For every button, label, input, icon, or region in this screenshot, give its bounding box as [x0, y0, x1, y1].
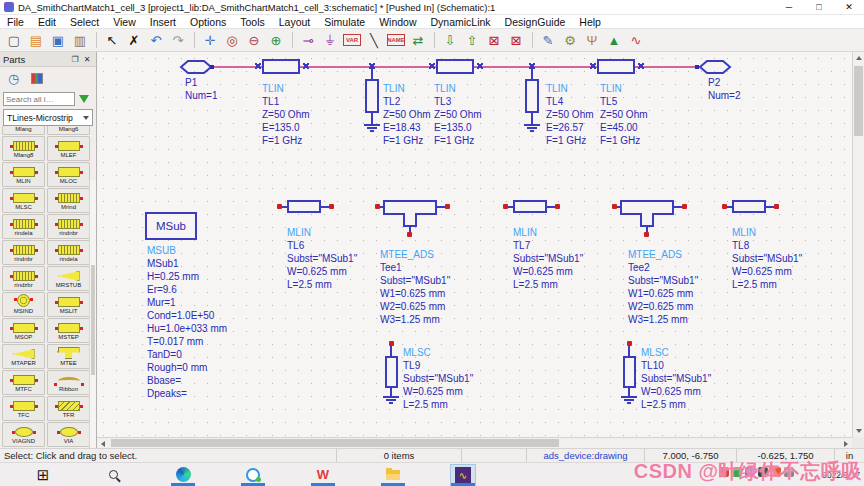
- push-into-hierarchy-icon[interactable]: ⇩: [439, 30, 461, 50]
- palette-mlef[interactable]: MLEF: [47, 136, 90, 161]
- taskbar-search-button[interactable]: [100, 463, 126, 486]
- menu-insert[interactable]: Insert: [143, 15, 183, 29]
- palette-mtfc[interactable]: MTFC: [2, 370, 45, 395]
- select-cursor-icon[interactable]: ↖: [101, 30, 123, 50]
- scroll-down-icon[interactable]: [856, 429, 862, 433]
- mlin-tl6-symbol[interactable]: [287, 200, 321, 213]
- mlsc-tl10-symbol[interactable]: [623, 356, 636, 388]
- palette-mtaper[interactable]: MTAPER: [2, 344, 45, 369]
- palette-mlang[interactable]: Mlang: [2, 126, 45, 135]
- menu-layout[interactable]: Layout: [272, 15, 318, 29]
- ground-symbol[interactable]: [364, 124, 380, 126]
- canvas-horizontal-scrollbar[interactable]: [97, 437, 852, 448]
- scroll-left-icon[interactable]: [101, 441, 105, 447]
- palette-rindela[interactable]: rindela: [2, 214, 45, 239]
- palette-mtee[interactable]: MTEE: [47, 344, 90, 369]
- open-folder-icon[interactable]: ▤: [25, 30, 47, 50]
- menu-edit[interactable]: Edit: [31, 15, 63, 29]
- minimize-button[interactable]: ─: [774, 0, 804, 15]
- palette-mlang8[interactable]: Mlang8: [2, 136, 45, 161]
- ground-symbol[interactable]: [524, 124, 540, 126]
- palette-rindnbr[interactable]: rindnbr: [47, 214, 90, 239]
- palette-tfr[interactable]: TFR: [47, 396, 90, 421]
- tray-app-icon-4[interactable]: [758, 467, 768, 477]
- wire-icon[interactable]: ╲: [363, 30, 385, 50]
- settings-gear-icon[interactable]: ⚙: [559, 30, 581, 50]
- tune-icon[interactable]: Ψ: [581, 30, 603, 50]
- palette-via[interactable]: VIA: [47, 422, 90, 447]
- data-display-icon[interactable]: ∿: [625, 30, 647, 50]
- ground-symbol[interactable]: [621, 396, 637, 398]
- menu-window[interactable]: Window: [372, 15, 423, 29]
- tray-app-icon-6[interactable]: [784, 467, 794, 477]
- port-p2-symbol[interactable]: [698, 59, 732, 75]
- menu-select[interactable]: Select: [63, 15, 106, 29]
- maximize-button[interactable]: □: [804, 0, 834, 15]
- schematic-canvas[interactable]: P1Num=1 P2Num=2 TLINTL1 Z=50 OhmE=135.0F…: [97, 52, 852, 437]
- canvas-vertical-scrollbar[interactable]: [852, 52, 864, 437]
- wire-name-icon[interactable]: NAME: [387, 34, 405, 46]
- mtee-tee1-stem[interactable]: [403, 213, 417, 227]
- palette-mslit[interactable]: MSLIT: [47, 292, 90, 317]
- filter-funnel-icon[interactable]: [79, 95, 89, 103]
- palette-msop[interactable]: MSOP: [2, 318, 45, 343]
- redo-icon[interactable]: ↷: [167, 30, 189, 50]
- palette-rindnbr-2[interactable]: rindnbr: [2, 240, 45, 265]
- mlin-tl8-symbol[interactable]: [732, 200, 766, 213]
- tlin-tl5-symbol[interactable]: [597, 59, 635, 74]
- menu-file[interactable]: File: [0, 15, 31, 29]
- taskbar-clock-date[interactable]: 2022/5/17: [822, 470, 860, 480]
- pop-out-hierarchy-icon[interactable]: ⇧: [461, 30, 483, 50]
- palette-mlin[interactable]: MLIN: [2, 162, 45, 187]
- palette-mloc[interactable]: MLOC: [47, 162, 90, 187]
- ground-icon[interactable]: ⏚: [319, 30, 341, 50]
- print-icon[interactable]: ▥: [69, 30, 91, 50]
- palette-scrollbar-thumb[interactable]: [91, 265, 95, 375]
- mtee-tee2-stem[interactable]: [640, 213, 654, 227]
- palette-viagnd[interactable]: VIAGND: [2, 422, 45, 447]
- parts-search-input[interactable]: [3, 92, 75, 106]
- palette-ribbon[interactable]: Ribbon: [47, 370, 90, 395]
- start-button[interactable]: ⊞: [30, 463, 56, 486]
- tray-app-icon-1[interactable]: [719, 467, 729, 477]
- port-p1-symbol[interactable]: [179, 59, 213, 75]
- status-context-link[interactable]: ads_device:drawing: [526, 449, 644, 462]
- scroll-right-icon[interactable]: [844, 441, 848, 447]
- palette-mrind[interactable]: Mrind: [47, 188, 90, 213]
- float-panel-icon[interactable]: ❐: [69, 55, 81, 64]
- move-icon[interactable]: ✛: [199, 30, 221, 50]
- palette-mlsc[interactable]: MLSC: [2, 188, 45, 213]
- port-icon[interactable]: ⊸: [297, 30, 319, 50]
- menu-tools[interactable]: Tools: [233, 15, 272, 29]
- horizontal-scrollbar-thumb[interactable]: [111, 439, 559, 447]
- taskbar-edge-button[interactable]: [170, 463, 196, 486]
- taskbar-wps-button[interactable]: W: [310, 463, 336, 486]
- recent-parts-icon[interactable]: ◷: [8, 71, 19, 86]
- taskbar-ads-button[interactable]: ∿: [450, 463, 476, 486]
- mlsc-tl9-symbol[interactable]: [385, 356, 398, 388]
- menu-simulate[interactable]: Simulate: [317, 15, 372, 29]
- zoom-out-icon[interactable]: ⊖: [243, 30, 265, 50]
- deactivate-all-icon[interactable]: ⊠: [505, 30, 527, 50]
- scroll-up-icon[interactable]: [856, 56, 862, 60]
- ground-symbol[interactable]: [383, 396, 399, 398]
- taskbar-messenger-button[interactable]: [240, 463, 266, 486]
- mlin-tl7-symbol[interactable]: [513, 200, 547, 213]
- tray-app-icon-3[interactable]: [745, 467, 755, 477]
- save-icon[interactable]: ▣: [47, 30, 69, 50]
- tray-app-icon-5[interactable]: [771, 467, 781, 477]
- tlin-tl2-symbol[interactable]: [365, 79, 379, 113]
- palette-mlang6[interactable]: Mlang6: [47, 126, 90, 135]
- palette-category-select[interactable]: TLines-Microstrip: [3, 109, 93, 126]
- tray-app-icon-2[interactable]: [732, 467, 742, 477]
- library-browser-icon[interactable]: [31, 73, 43, 84]
- tlin-tl3-symbol[interactable]: [436, 59, 474, 74]
- taskbar-explorer-button[interactable]: [380, 463, 406, 486]
- zoom-area-icon[interactable]: ◎: [221, 30, 243, 50]
- menu-view[interactable]: View: [106, 15, 143, 29]
- palette-tfc[interactable]: TFC: [2, 396, 45, 421]
- menu-options[interactable]: Options: [183, 15, 233, 29]
- vertical-scrollbar-thumb[interactable]: [854, 66, 863, 136]
- menu-help[interactable]: Help: [572, 15, 608, 29]
- route-icon[interactable]: ⇄: [407, 30, 429, 50]
